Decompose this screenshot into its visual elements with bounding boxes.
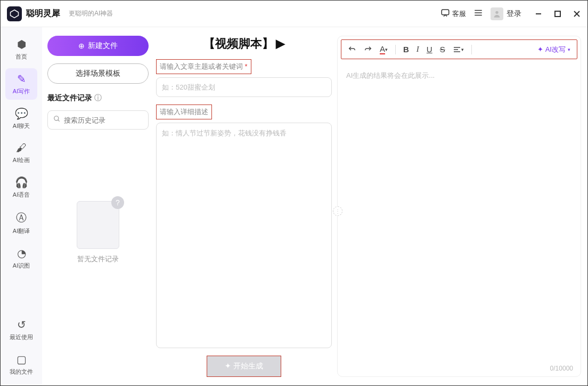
minimize-button[interactable] [534,10,543,18]
svg-point-5 [495,11,498,13]
undo-button[interactable] [348,45,356,54]
nav-label: 我的文件 [10,368,33,376]
maximize-button[interactable] [553,10,562,18]
nav-label: AI识图 [13,262,30,270]
desc-label: 请输入详细描述 [156,104,212,119]
underline-button[interactable]: U [427,45,432,54]
empty-text: 暂无文件记录 [77,254,119,264]
app-logo-icon [7,6,22,21]
separator [471,45,472,54]
strikethrough-button[interactable]: S [440,45,445,54]
nav-label: AI写作 [13,87,30,95]
play-icon[interactable]: ▶ [276,37,285,51]
nav-label: 最近使用 [10,333,33,341]
nav-ai-translate[interactable]: Ⓐ AI翻译 [5,206,37,239]
page-title-text: 【视频脚本】 [203,36,274,52]
titlebar: 聪明灵犀 更聪明的AI神器 客服 登录 [1,1,587,27]
nav-ai-voice[interactable]: 🎧 AI语音 [5,172,37,203]
nav-my-files[interactable]: ▢ 我的文件 [5,349,37,380]
new-file-label: 新建文件 [88,41,118,51]
nav-label: AI聊天 [13,122,30,130]
chat-icon: 💬 [15,107,28,120]
output-column: A▾ B I U S ▾ ✦ AI改写 ▾ AI生成的结果将会在此展示... 0… [337,36,581,377]
recent-header-text: 最近文件记录 [47,93,92,103]
panel-resize-handle[interactable]: ⋮ [333,206,342,216]
clock-icon: ↺ [17,318,26,331]
logo: 聪明灵犀 更聪明的AI神器 [7,6,113,21]
nav-label: AI翻译 [13,227,30,235]
brush-icon: 🖌 [16,142,27,154]
files-panel: ⊕ 新建文件 选择场景模板 最近文件记录 ⓘ 暂无文件记录 [42,27,154,385]
main: ⬢ 首页 ✎ AI写作 💬 AI聊天 🖌 AI绘画 🎧 AI语音 Ⓐ AI翻译 … [1,27,587,385]
chat-icon [440,8,450,19]
generate-button[interactable]: ✦ 开始生成 [207,356,281,377]
image-icon: ◔ [17,247,26,260]
ai-rewrite-label: AI改写 [545,45,566,54]
svg-rect-1 [442,10,449,15]
avatar-icon [491,7,503,20]
login-label: 登录 [507,9,521,19]
required-mark: * [243,62,248,70]
file-icon: ▢ [17,353,27,366]
plus-icon: ⊕ [78,42,85,50]
nav-label: 首页 [15,53,27,61]
page-title: 【视频脚本】 ▶ [156,36,332,52]
output-body[interactable]: AI生成的结果将会在此展示... [338,62,581,360]
input-column: 【视频脚本】 ▶ 请输入文章主题或者关键词 * 请输入详细描述 ✦ 开始生成 [156,36,332,377]
empty-state: 暂无文件记录 [47,201,149,264]
window-controls [534,10,581,18]
nav-home[interactable]: ⬢ 首页 [5,34,37,65]
template-button[interactable]: 选择场景模板 [47,63,149,84]
nav-ai-draw[interactable]: 🖌 AI绘画 [5,138,37,168]
translate-icon: Ⓐ [16,211,27,225]
search-box[interactable] [47,110,149,130]
support-button[interactable]: 客服 [440,8,466,19]
topic-input[interactable] [156,77,332,97]
nav-ai-image-rec[interactable]: ◔ AI识图 [5,243,37,274]
titlebar-right: 客服 登录 [440,7,581,20]
italic-button[interactable]: I [416,45,419,54]
desc-textarea[interactable] [156,123,332,348]
ai-rewrite-button[interactable]: ✦ AI改写 ▾ [537,45,570,54]
chevron-down-icon: ▾ [568,47,570,52]
empty-illustration-icon [77,201,119,249]
home-icon: ⬢ [17,38,26,51]
bold-button[interactable]: B [403,45,409,54]
nav-label: AI语音 [13,191,30,199]
recent-files-header: 最近文件记录 ⓘ [47,93,149,103]
support-label: 客服 [452,9,466,19]
svg-line-11 [58,120,60,122]
nav-ai-chat[interactable]: 💬 AI聊天 [5,103,37,134]
nav-ai-writing[interactable]: ✎ AI写作 [5,68,37,100]
search-icon [53,115,61,125]
menu-button[interactable] [473,8,483,20]
sparkle-icon: ✦ [537,45,543,53]
font-color-button[interactable]: A▾ [380,44,388,54]
new-file-button[interactable]: ⊕ 新建文件 [47,36,149,56]
editor-toolbar: A▾ B I U S ▾ ✦ AI改写 ▾ [341,39,577,59]
pen-icon: ✎ [17,73,26,85]
char-counter: 0/10000 [338,360,581,376]
nav-label: AI绘画 [13,156,30,164]
separator [395,45,396,54]
nav-recent[interactable]: ↺ 最近使用 [5,314,37,345]
svg-point-10 [54,116,59,120]
help-icon[interactable]: ⓘ [94,93,102,103]
close-button[interactable] [573,10,581,18]
editor-panel: 【视频脚本】 ▶ 请输入文章主题或者关键词 * 请输入详细描述 ✦ 开始生成 ⋮… [154,27,587,385]
align-button[interactable]: ▾ [453,45,464,54]
redo-button[interactable] [364,45,372,54]
sidebar: ⬢ 首页 ✎ AI写作 💬 AI聊天 🖌 AI绘画 🎧 AI语音 Ⓐ AI翻译 … [1,27,42,385]
topic-label: 请输入文章主题或者关键词 * [156,59,251,74]
svg-rect-7 [555,11,560,17]
headphone-icon: 🎧 [15,176,28,189]
app-name: 聪明灵犀 [26,8,60,19]
search-input[interactable] [64,116,153,124]
app-subtitle: 更聪明的AI神器 [69,9,113,18]
svg-marker-0 [11,10,19,18]
login-button[interactable]: 登录 [491,7,521,20]
